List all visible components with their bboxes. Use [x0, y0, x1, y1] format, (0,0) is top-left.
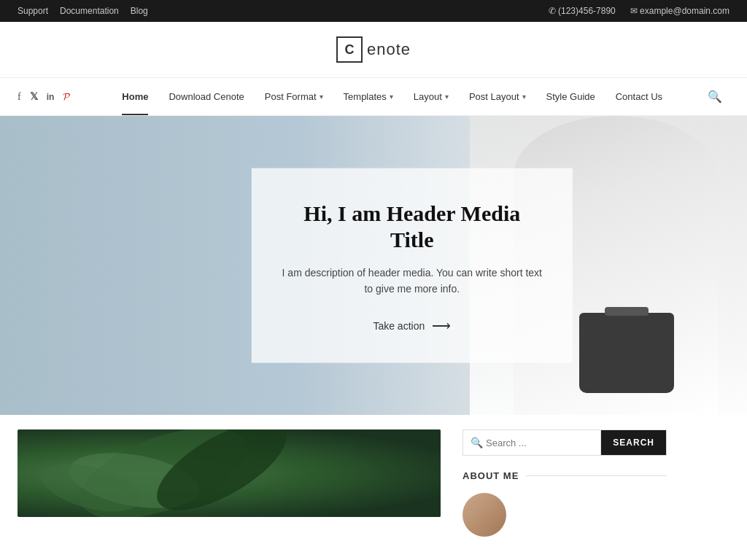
nav-item-download[interactable]: Download Cenote	[158, 78, 254, 115]
post-thumbnail[interactable]	[18, 429, 441, 517]
top-bar-links: Support Documentation Blog	[18, 6, 148, 16]
search-widget: 🔍 SEARCH	[462, 429, 667, 456]
nav-item-layout[interactable]: Layout▾	[403, 78, 459, 115]
logo-text: enote	[367, 40, 411, 59]
search-button[interactable]: SEARCH	[601, 430, 666, 455]
widget-title-divider	[526, 475, 667, 476]
linkedin-icon[interactable]: in	[47, 92, 55, 102]
support-link[interactable]: Support	[18, 6, 48, 16]
hero-arrow-icon: ⟶	[432, 317, 451, 333]
twitter-icon[interactable]: 𝕏	[30, 90, 38, 103]
nav-item-templates[interactable]: Templates▾	[333, 78, 403, 115]
chevron-down-icon: ▾	[445, 93, 449, 101]
nav-item-contact[interactable]: Contact Us	[605, 78, 673, 115]
phone-number: ✆ (123)456-7890	[549, 6, 616, 16]
hero-cta-label: Take action	[373, 319, 425, 331]
hero-overlay: Hi, I am Header Media Title I am descrip…	[252, 168, 573, 363]
nav-item-post-layout[interactable]: Post Layout▾	[459, 78, 536, 115]
nav-item-style-guide[interactable]: Style Guide	[536, 78, 605, 115]
facebook-icon[interactable]: f	[18, 91, 21, 103]
chevron-down-icon: ▾	[390, 93, 393, 101]
social-icons: f 𝕏 in 𝓟	[18, 90, 69, 103]
blog-link[interactable]: Blog	[131, 6, 148, 16]
search-input-wrapper: 🔍	[463, 430, 601, 455]
hero-bag	[579, 313, 674, 393]
logo[interactable]: C enote	[336, 36, 411, 63]
leaf-svg	[18, 429, 441, 517]
phone-icon: ✆	[549, 6, 558, 16]
email-icon: ✉	[630, 6, 640, 16]
email-address: ✉ example@domain.com	[630, 6, 729, 16]
top-bar-contact: ✆ (123)456-7890 ✉ example@domain.com	[549, 6, 729, 16]
logo-area: C enote	[0, 22, 747, 78]
nav-item-post-format[interactable]: Post Format▾	[255, 78, 333, 115]
hero-title: Hi, I am Header Media Title	[281, 201, 543, 253]
search-icon: 🔍	[471, 437, 483, 449]
search-input[interactable]	[486, 438, 593, 448]
nav-menu: Home Download Cenote Post Format▾ Templa…	[84, 78, 700, 115]
sidebar: 🔍 SEARCH ABOUT ME	[462, 429, 667, 537]
about-widget-title: ABOUT ME	[462, 470, 667, 481]
about-widget: ABOUT ME	[462, 470, 667, 537]
search-icon[interactable]: 🔍	[700, 82, 729, 111]
hero-cta-button[interactable]: Take action ⟶	[373, 317, 451, 333]
chevron-down-icon: ▾	[522, 93, 526, 101]
pinterest-icon[interactable]: 𝓟	[63, 91, 69, 103]
hero-section: Hi, I am Header Media Title I am descrip…	[0, 116, 747, 415]
main-navigation: f 𝕏 in 𝓟 Home Download Cenote Post Forma…	[0, 78, 747, 116]
about-avatar	[462, 493, 506, 537]
chevron-down-icon: ▾	[320, 93, 323, 101]
hero-description: I am description of header media. You ca…	[281, 265, 543, 298]
bottom-section: 🔍 SEARCH ABOUT ME	[0, 415, 747, 551]
documentation-link[interactable]: Documentation	[60, 6, 119, 16]
nav-item-home[interactable]: Home	[112, 78, 158, 115]
top-bar: Support Documentation Blog ✆ (123)456-78…	[0, 0, 747, 22]
logo-box: C	[336, 36, 363, 63]
